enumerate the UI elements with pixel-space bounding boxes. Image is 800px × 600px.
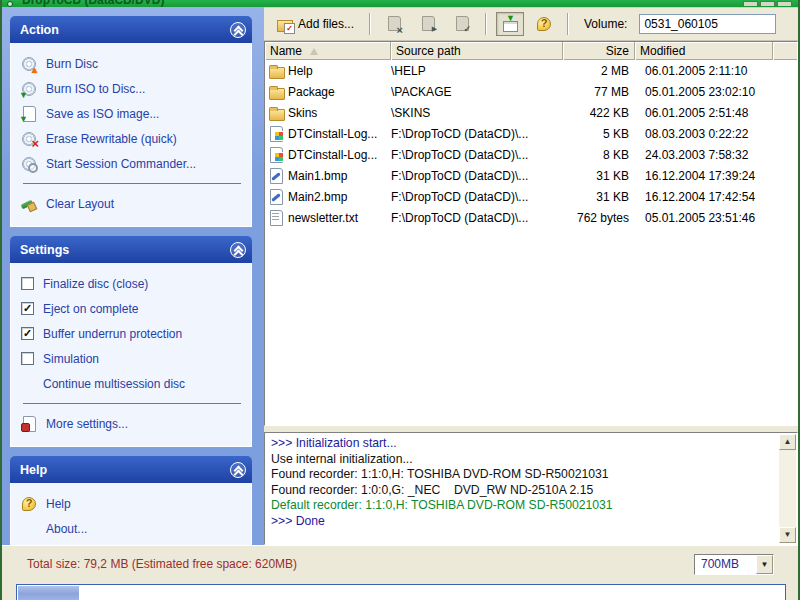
settings-panel-header[interactable]: Settings <box>10 236 252 263</box>
file-modified: 06.01.2005 2:51:48 <box>629 106 748 120</box>
sidebar-item-help[interactable]: Help <box>21 491 245 516</box>
folder-icon <box>268 63 284 79</box>
logfile-icon <box>268 126 284 142</box>
link-label: Continue multisession disc <box>43 377 185 391</box>
remove-file-button[interactable] <box>380 12 408 36</box>
sidebar-item-more-settings[interactable]: More settings... <box>21 411 245 436</box>
sidebar-item-label: About... <box>46 522 87 536</box>
column-header-modified[interactable]: Modified <box>635 42 773 60</box>
checkbox-finalize-disc[interactable]: Finalize disc (close) <box>21 271 245 296</box>
help-button[interactable] <box>530 12 558 36</box>
burn-iso-icon <box>21 81 37 97</box>
checkbox-box[interactable] <box>21 327 34 340</box>
sidebar-item-label: Save as ISO image... <box>46 107 159 121</box>
file-source-path: F:\DropToCD (DataCD)\... <box>391 190 563 204</box>
file-name: DTCinstall-Log... <box>288 148 391 162</box>
verify-file-button[interactable] <box>448 12 476 36</box>
volume-label: Volume: <box>584 17 627 31</box>
more-settings-icon <box>21 416 37 432</box>
table-row[interactable]: DTCinstall-Log... F:\DropToCD (DataCD)\.… <box>265 144 797 165</box>
sidebar-item-label: Clear Layout <box>46 197 114 211</box>
sidebar-item-label: Help <box>46 497 71 511</box>
capacity-select[interactable]: 700MB ▼ <box>694 554 774 575</box>
log-line: Found recorder: 1:1:0,H: TOSHIBA DVD-ROM… <box>271 467 775 483</box>
erase-disc-icon <box>21 131 37 147</box>
file-source-path: F:\DropToCD (DataCD)\... <box>391 127 563 141</box>
table-row[interactable]: Help \HELP 2 MB 06.01.2005 2:11:10 <box>265 60 797 81</box>
collapse-chevron-icon[interactable] <box>230 242 246 258</box>
file-name: Skins <box>288 106 391 120</box>
sidebar-item-burn-disc[interactable]: Burn Disc <box>21 51 245 76</box>
log-output[interactable]: >>> Initialization start... Use internal… <box>264 432 798 545</box>
link-continue-multisession[interactable]: Continue multisession disc <box>21 371 245 396</box>
sidebar-item-about[interactable]: About... <box>21 516 245 541</box>
close-button[interactable] <box>777 1 792 6</box>
log-line: >>> Done <box>271 514 775 530</box>
log-line: Use internal initialization... <box>271 452 775 468</box>
chevron-down-icon[interactable]: ▼ <box>756 555 773 574</box>
minimize-button[interactable] <box>743 1 758 6</box>
sidebar-item-erase-rewritable[interactable]: Erase Rewritable (quick) <box>21 126 245 151</box>
list-import-icon <box>502 16 518 32</box>
import-layout-button[interactable] <box>496 12 524 36</box>
file-name: Main1.bmp <box>288 169 391 183</box>
log-scrollbar[interactable]: ▲ ▼ <box>779 434 796 543</box>
table-row[interactable]: Skins \SKINS 422 KB 06.01.2005 2:51:48 <box>265 102 797 123</box>
scroll-down-icon[interactable]: ▼ <box>779 527 796 543</box>
sidebar-item-label: Burn Disc <box>46 57 98 71</box>
file-name: newsletter.txt <box>288 211 391 225</box>
bitmap-icon <box>268 168 284 184</box>
sidebar-item-save-as-iso-image[interactable]: Save as ISO image... <box>21 101 245 126</box>
table-row[interactable]: Package \PACKAGE 77 MB 05.01.2005 23:02:… <box>265 81 797 102</box>
file-size: 31 KB <box>563 190 629 204</box>
scroll-up-icon[interactable]: ▲ <box>779 434 796 450</box>
volume-input[interactable] <box>639 14 776 34</box>
table-row[interactable]: DTCinstall-Log... F:\DropToCD (DataCD)\.… <box>265 123 797 144</box>
sidebar-item-clear-layout[interactable]: Clear Layout <box>21 191 245 216</box>
checkbox-box[interactable] <box>21 277 34 290</box>
help-panel-header[interactable]: Help <box>10 456 252 483</box>
sort-ascending-icon <box>310 48 318 55</box>
log-line: >>> Initialization start... <box>271 436 775 452</box>
help-icon <box>21 496 37 512</box>
settings-panel: Settings Finalize disc (close) Eject on … <box>10 236 252 447</box>
sidebar-item-burn-iso-to-disc[interactable]: Burn ISO to Disc... <box>21 76 245 101</box>
file-source-path: F:\DropToCD (DataCD)\... <box>391 211 563 225</box>
settings-panel-title: Settings <box>20 243 69 257</box>
doc-check-icon <box>454 16 470 32</box>
add-files-button[interactable]: Add files... <box>271 12 360 36</box>
checkbox-label: Simulation <box>43 352 99 366</box>
file-list-header: Name Source path Size Modified <box>265 42 797 60</box>
panel-separator <box>23 403 241 404</box>
logfile-icon <box>268 147 284 163</box>
column-header-size[interactable]: Size <box>563 42 635 60</box>
table-row[interactable]: newsletter.txt F:\DropToCD (DataCD)\... … <box>265 207 797 228</box>
run-file-button[interactable] <box>414 12 442 36</box>
maximize-button[interactable] <box>760 1 775 6</box>
table-row[interactable]: Main1.bmp F:\DropToCD (DataCD)\... 31 KB… <box>265 165 797 186</box>
table-row[interactable]: Main2.bmp F:\DropToCD (DataCD)\... 31 KB… <box>265 186 797 207</box>
column-header-name[interactable]: Name <box>265 42 391 60</box>
checkbox-simulation[interactable]: Simulation <box>21 346 245 371</box>
action-panel-header[interactable]: Action <box>10 16 252 43</box>
collapse-chevron-icon[interactable] <box>230 22 246 38</box>
capacity-progress-bar <box>16 584 786 600</box>
file-source-path: F:\DropToCD (DataCD)\... <box>391 169 563 183</box>
checkbox-label: Finalize disc (close) <box>43 277 148 291</box>
checkbox-eject-on-complete[interactable]: Eject on complete <box>21 296 245 321</box>
title-bar[interactable]: DropToCD (DataCD/DVD) <box>2 0 798 7</box>
bitmap-icon <box>268 189 284 205</box>
checkbox-buffer-underrun-protection[interactable]: Buffer underrun protection <box>21 321 245 346</box>
column-header-source-path[interactable]: Source path <box>391 42 563 60</box>
file-list[interactable]: Name Source path Size Modified <box>264 41 798 426</box>
toolbar-separator <box>369 13 371 35</box>
checkbox-box[interactable] <box>21 302 34 315</box>
app-window: DropToCD (DataCD/DVD) Action Burn Disc <box>0 0 800 600</box>
sidebar-item-start-session-commander[interactable]: Start Session Commander... <box>21 151 245 176</box>
doc-x-icon <box>386 16 402 32</box>
file-size: 5 KB <box>563 127 629 141</box>
collapse-chevron-icon[interactable] <box>230 462 246 478</box>
panel-separator <box>23 183 241 184</box>
checkbox-box[interactable] <box>21 352 34 365</box>
file-modified: 16.12.2004 17:42:54 <box>629 190 755 204</box>
